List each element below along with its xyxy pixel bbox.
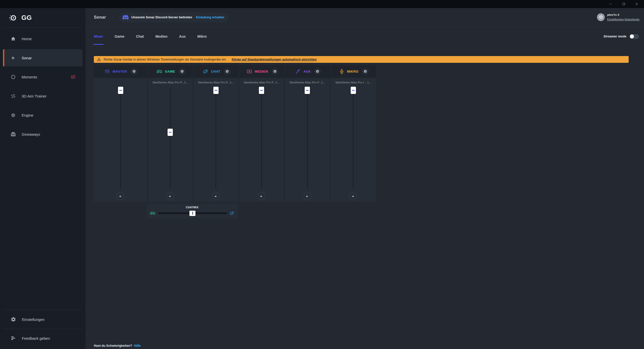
fader-handle-mark xyxy=(119,90,122,91)
tabs: Mixer Game Chat Medien Aux Mikro xyxy=(94,27,207,46)
discord-banner[interactable]: Unserem Sonar Discord-Server beitreten E… xyxy=(119,12,229,22)
mute-button[interactable] xyxy=(304,193,311,200)
window-minimize-button[interactable] xyxy=(607,1,614,7)
tab-game[interactable]: Game xyxy=(115,27,125,46)
steelseries-logo-icon xyxy=(598,15,603,20)
minimize-icon xyxy=(608,2,613,6)
fader-track[interactable] xyxy=(216,87,216,189)
home-icon xyxy=(11,36,16,41)
discord-invite-link[interactable]: Einladung erhalten xyxy=(196,16,224,19)
app-logo[interactable]: GG xyxy=(0,8,86,27)
window-close-button[interactable] xyxy=(633,1,640,7)
gamepad-icon xyxy=(150,211,155,216)
fader-handle[interactable] xyxy=(168,129,173,136)
gear-icon xyxy=(364,70,367,73)
channel-name: MIKRO xyxy=(347,70,358,73)
header-separator xyxy=(113,15,114,20)
feedback-bars-icon xyxy=(11,335,16,341)
discord-banner-text: Unserem Sonar Discord-Server beitreten xyxy=(131,16,192,19)
chatmix-label: CHATMIX xyxy=(186,206,199,209)
fader-handle[interactable] xyxy=(351,87,356,94)
fader-track[interactable] xyxy=(353,87,353,189)
mute-button[interactable] xyxy=(258,193,265,200)
volume-fader xyxy=(148,87,193,189)
fader-handle[interactable] xyxy=(259,87,264,94)
fader-handle[interactable] xyxy=(305,87,310,94)
channel-settings-button[interactable] xyxy=(224,68,230,75)
discord-icon xyxy=(123,14,129,20)
tab-medien[interactable]: Medien xyxy=(155,27,168,46)
mixer-section: MASTER GAME CHAT MEDIEN xyxy=(94,65,376,218)
tab-chat[interactable]: Chat xyxy=(136,27,144,46)
fader-track[interactable] xyxy=(307,87,308,189)
chatmix-slider-handle[interactable] xyxy=(189,211,195,216)
channel-column-chat: SteelSeries Alias Pro P...1... xyxy=(193,78,239,202)
fader-track[interactable] xyxy=(170,87,171,189)
sidebar-item-label: Einstellungen xyxy=(22,317,45,322)
tab-mikro[interactable]: Mikro xyxy=(197,27,207,46)
sidebar-item-settings[interactable]: Einstellungen xyxy=(3,312,83,327)
channel-column-mikro: SteelSeries Alias Pro I... 1... xyxy=(330,78,376,202)
channel-header-medien: MEDIEN xyxy=(240,65,285,78)
sidebar-item-moments[interactable]: Moments xyxy=(3,68,83,85)
sidebar-item-sonar[interactable]: Sonar xyxy=(3,49,83,66)
volume-fader xyxy=(330,87,376,189)
sidebar-item-label: Giveaways xyxy=(22,132,40,136)
warning-banner-action-link[interactable]: Klicke auf Standardeinstellungen automat… xyxy=(232,58,317,61)
account-text: phreYn X Einstellungen Nutzerkonto xyxy=(607,13,639,21)
tab-mixer[interactable]: Mixer xyxy=(94,27,103,46)
window-restore-button[interactable] xyxy=(620,1,627,7)
sidebar-item-label: 3D Aim Trainer xyxy=(22,94,47,98)
channel-settings-button[interactable] xyxy=(272,68,278,75)
channel-settings-button[interactable] xyxy=(362,68,369,75)
mixer-panel: SteelSeries Alias Pro P...1... SteelSeri… xyxy=(94,78,376,202)
fader-handle[interactable] xyxy=(213,87,219,94)
fader-track[interactable] xyxy=(120,87,121,189)
fader-handle-mark xyxy=(215,90,217,91)
sidebar-item-home[interactable]: Home xyxy=(3,30,83,47)
sidebar-item-feedback[interactable]: Feedback geben xyxy=(3,330,83,346)
channel-name: GAME xyxy=(165,70,175,73)
streamer-mode: Streamer mode xyxy=(603,27,639,46)
fader-handle-mark xyxy=(169,132,172,133)
channel-settings-button[interactable] xyxy=(179,68,185,75)
volume-fader xyxy=(239,87,284,189)
channel-settings-button[interactable] xyxy=(131,68,137,75)
media-play-icon xyxy=(247,69,252,74)
sidebar: GG Home Sonar Moments 3D Aim Trainer xyxy=(0,8,86,349)
chatmix-slider-track[interactable] xyxy=(158,212,227,214)
streamer-mode-toggle[interactable] xyxy=(629,34,639,39)
channel-device-label: SteelSeries Alias Pro I... 1... xyxy=(335,80,371,85)
sidebar-item-giveaways[interactable]: Giveaways xyxy=(3,126,83,143)
close-icon xyxy=(634,2,639,6)
faders-icon xyxy=(104,69,110,74)
help-link[interactable]: Hilfe xyxy=(134,344,141,347)
chat-bubbles-icon xyxy=(203,69,209,74)
channel-header-master: MASTER xyxy=(94,65,148,78)
fader-handle[interactable] xyxy=(118,87,123,94)
sidebar-nav: Home Sonar Moments 3D Aim Trainer Engine xyxy=(0,28,86,143)
tabs-row: Mixer Game Chat Medien Aux Mikro Streame… xyxy=(86,27,644,46)
channel-settings-button[interactable] xyxy=(314,68,321,75)
channel-header-chat: CHAT xyxy=(194,65,239,78)
fader-track[interactable] xyxy=(261,87,262,189)
tab-aux[interactable]: Aux xyxy=(179,27,186,46)
mute-button[interactable] xyxy=(212,193,219,200)
gear-icon xyxy=(316,70,319,73)
account-menu[interactable]: phreYn X Einstellungen Nutzerkonto xyxy=(597,13,639,21)
channel-device-label: SteelSeries Alias Pro P...1... xyxy=(244,80,279,85)
account-name: phreYn X xyxy=(607,13,639,17)
mute-button[interactable] xyxy=(167,193,174,200)
speaker-icon xyxy=(260,194,263,198)
window-titlebar xyxy=(0,0,644,8)
chat-bubbles-icon xyxy=(230,211,234,216)
channel-name: MEDIEN xyxy=(255,70,268,73)
sidebar-item-3d-aim-trainer[interactable]: 3D Aim Trainer xyxy=(3,87,83,105)
sidebar-item-engine[interactable]: Engine xyxy=(3,107,83,124)
aux-cable-icon xyxy=(295,69,301,74)
channel-header-game: GAME xyxy=(148,65,193,78)
account-settings-link[interactable]: Einstellungen Nutzerkonto xyxy=(607,18,639,21)
mute-button[interactable] xyxy=(117,193,124,200)
mute-button[interactable] xyxy=(350,193,357,200)
warning-banner: Richte Sonar-Geräte in deinen Windows To… xyxy=(94,56,629,63)
